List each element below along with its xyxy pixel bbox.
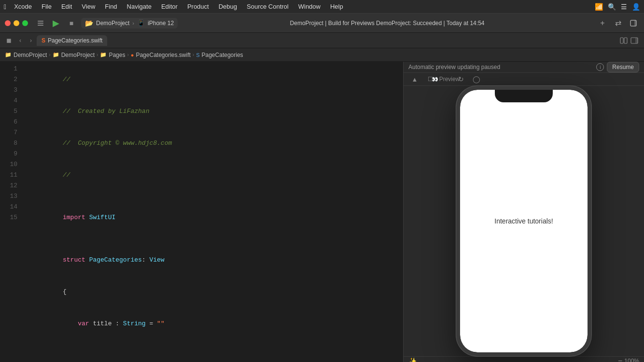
code-line-8: struct PageCategories: View (25, 244, 403, 276)
menu-debug[interactable]: Debug (215, 2, 241, 11)
toolbar: ▶ ■ 📂 DemoProject › 📱 iPhone 12 DemoProj… (0, 14, 644, 33)
zoom-out-button[interactable]: − (618, 357, 622, 362)
inspector-panel-button[interactable] (630, 36, 639, 45)
breadcrumb-sep-2: › (127, 52, 128, 57)
svg-rect-5 (620, 38, 623, 43)
svg-rect-0 (38, 21, 43, 22)
iphone-mockup: Interactive tutorials! (456, 86, 591, 356)
code-line-5 (25, 191, 403, 202)
code-line-7 (25, 234, 403, 244)
code-line-3: // Copyright © www.hdjc8.com (25, 127, 403, 159)
code-line-12-a: private let labels = ["Introduction[33]"… (25, 350, 403, 362)
iphone-notch (495, 90, 553, 102)
swift-icon: ● (131, 52, 134, 58)
code-line-11 (25, 340, 403, 350)
preview-content: Interactive tutorials! (404, 86, 644, 356)
code-line-2: // Created by LiFazhan (25, 96, 403, 127)
wifi-icon: 📶 (595, 3, 603, 11)
inspector-toggle-button[interactable] (628, 17, 639, 29)
code-line-6: import SwiftUI (25, 202, 403, 234)
menu-bar:  Xcode File Edit View Find Navigate Edi… (0, 0, 644, 14)
user-avatar-icon[interactable]: 👤 (632, 3, 640, 11)
menu-product[interactable]: Product (183, 2, 213, 11)
tab-bar: ◼ ‹ › S PageCategories.swift (0, 33, 644, 48)
menu-navigate[interactable]: Navigate (123, 2, 155, 11)
scheme-selector[interactable]: 📂 DemoProject › 📱 iPhone 12 (81, 18, 178, 28)
color-scheme-icon[interactable]: ◯ (470, 73, 483, 85)
menu-file[interactable]: File (38, 2, 56, 11)
editor-layout-button[interactable]: ⇄ (612, 17, 624, 29)
iphone-screen: Interactive tutorials! (460, 90, 588, 352)
sidebar-toggle-button[interactable] (35, 17, 46, 29)
forward-button[interactable]: › (26, 36, 36, 45)
code-lines[interactable]: // // Created by LiFazhan // Copyright ©… (23, 62, 403, 362)
chevron-right-icon: › (132, 20, 134, 26)
minimize-window-button[interactable] (14, 20, 19, 26)
breadcrumb-label-0: DemoProject (14, 52, 47, 58)
tab-page-categories[interactable]: S PageCategories.swift (37, 35, 107, 46)
scheme-icon: 📂 (85, 19, 93, 27)
breadcrumb-sep-0: › (49, 52, 50, 57)
window-controls (5, 20, 28, 26)
code-line-10: var title : String = "" (25, 308, 403, 340)
struct-icon: S (196, 52, 199, 58)
folder-icon-0: 📁 (53, 52, 59, 58)
preview-screen-text: Interactive tutorials! (494, 217, 553, 225)
line-numbers: 1 2 3 4 5 6 7 8 9 10 11 12 (0, 62, 23, 362)
preview-mode-icon[interactable]: 👀 Preview (439, 73, 452, 85)
breadcrumb-label-4: PageCategories (202, 52, 243, 58)
breadcrumb-label-2: Pages (109, 52, 125, 58)
menu-window[interactable]: Window (294, 2, 324, 11)
menu-view[interactable]: View (78, 2, 99, 11)
breadcrumb-demoproject-folder[interactable]: 📁 DemoProject (53, 52, 95, 58)
breadcrumb-sep-3: › (193, 52, 194, 57)
control-center-icon[interactable]: ☰ (621, 3, 627, 11)
add-button[interactable]: + (597, 17, 608, 29)
fullscreen-window-button[interactable] (22, 20, 28, 26)
breadcrumb-pages-folder[interactable]: 📁 Pages (100, 52, 125, 58)
stop-button[interactable]: ■ (66, 17, 77, 29)
menu-source-control[interactable]: Source Control (243, 2, 293, 11)
menu-find[interactable]: Find (101, 2, 121, 11)
svg-rect-6 (624, 38, 627, 43)
menu-editor[interactable]: Editor (157, 2, 182, 11)
run-button[interactable]: ▶ (50, 17, 62, 29)
tab-label: PageCategories.swift (48, 37, 102, 44)
scheme-name: DemoProject (96, 20, 129, 27)
device-icon: 📱 (137, 19, 145, 27)
build-status: DemoProject | Build for Previews DemoPro… (182, 20, 593, 27)
code-editor[interactable]: 1 2 3 4 5 6 7 8 9 10 11 12 (0, 62, 403, 362)
svg-rect-8 (635, 38, 638, 43)
device-rotate-icon[interactable]: ↻ (455, 73, 467, 85)
resume-button[interactable]: Resume (607, 62, 639, 72)
menu-edit[interactable]: Edit (57, 2, 76, 11)
svg-rect-1 (38, 23, 43, 24)
close-window-button[interactable] (5, 20, 11, 26)
breadcrumb-sep-1: › (97, 52, 98, 57)
split-editor-button[interactable] (619, 36, 629, 45)
code-line-4: // (25, 159, 403, 191)
menu-xcode[interactable]: Xcode (10, 2, 36, 11)
preview-status-text: Automatic preview updating paused (408, 64, 593, 70)
main-area: 1 2 3 4 5 6 7 8 9 10 11 12 (0, 62, 644, 362)
preview-info-button[interactable]: i (596, 63, 604, 71)
menu-help[interactable]: Help (326, 2, 347, 11)
preview-bottom-left-icon[interactable]: ✨ (408, 357, 417, 362)
breadcrumb-label-3: PageCategories.swift (136, 52, 190, 58)
breadcrumb-label-1: DemoProject (61, 52, 95, 58)
breadcrumb: 📁 DemoProject › 📁 DemoProject › 📁 Pages … (0, 48, 644, 62)
search-menu-icon[interactable]: 🔍 (608, 3, 616, 11)
preview-toolbar: Automatic preview updating paused i Resu… (404, 62, 644, 73)
breadcrumb-swift-file[interactable]: ● PageCategories.swift (131, 52, 191, 58)
project-icon: 📁 (5, 52, 12, 58)
preview-panel: Automatic preview updating paused i Resu… (403, 62, 644, 362)
breadcrumb-demoproject-root[interactable]: 📁 DemoProject (5, 52, 47, 58)
swift-file-icon: S (42, 37, 45, 44)
breadcrumb-struct[interactable]: S PageCategories (196, 52, 243, 58)
svg-rect-4 (634, 20, 636, 26)
grid-view-button[interactable]: ◼ (4, 36, 14, 45)
preview-live-icon[interactable]: ▲ (408, 73, 421, 85)
back-button[interactable]: ‹ (15, 36, 25, 45)
svg-rect-2 (38, 25, 43, 26)
code-line-9: { (25, 276, 403, 308)
